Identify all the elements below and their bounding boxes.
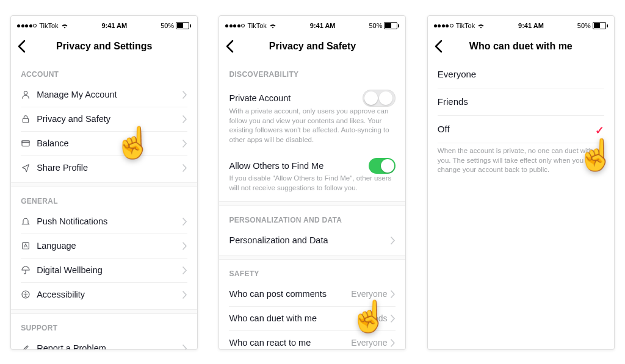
signal-icon bbox=[17, 24, 37, 27]
row-find-me[interactable]: Allow Others to Find Me bbox=[219, 151, 405, 176]
chevron-right-icon bbox=[182, 140, 187, 148]
screen-who-can-duet: TikTok 9:41 AM 50% Who can duet with me … bbox=[427, 15, 615, 350]
person-icon bbox=[21, 90, 37, 99]
umbrella-icon bbox=[21, 265, 37, 275]
section-discover-label: DISCOVERABILITY bbox=[219, 60, 405, 82]
option-label: Friends bbox=[438, 96, 468, 107]
svg-rect-3 bbox=[22, 141, 29, 143]
row-language[interactable]: Language bbox=[11, 234, 197, 258]
carrier-label: TikTok bbox=[456, 22, 475, 29]
row-push[interactable]: Push Notifications bbox=[11, 209, 197, 234]
svg-point-6 bbox=[25, 292, 26, 293]
chevron-right-icon bbox=[391, 315, 396, 323]
row-value: Friends bbox=[359, 313, 388, 323]
battery-icon bbox=[593, 22, 608, 29]
chevron-right-icon bbox=[182, 344, 187, 350]
row-label: Manage My Account bbox=[37, 90, 182, 99]
chevron-right-icon bbox=[391, 237, 396, 244]
row-label: Balance bbox=[37, 138, 182, 148]
row-label: Push Notifications bbox=[37, 216, 182, 226]
row-label: Language bbox=[37, 241, 182, 251]
status-bar: TikTok 9:41 AM 50% bbox=[219, 16, 405, 33]
signal-icon bbox=[434, 24, 453, 27]
wifi-icon bbox=[477, 23, 485, 29]
toggle-find-me[interactable] bbox=[369, 158, 396, 174]
row-accessibility[interactable]: Accessibility bbox=[11, 282, 197, 307]
option-label: Off bbox=[438, 124, 450, 134]
row-label: Accessibility bbox=[37, 290, 182, 299]
row-label: Who can react to me bbox=[229, 338, 351, 348]
svg-rect-1 bbox=[23, 118, 28, 123]
battery-icon bbox=[384, 22, 399, 29]
chevron-left-icon bbox=[225, 40, 234, 53]
row-label: Allow Others to Find Me bbox=[229, 161, 369, 171]
nav-bar: Privacy and Safety bbox=[219, 33, 405, 60]
status-bar: TikTok 9:41 AM 50% bbox=[11, 16, 197, 33]
share-icon bbox=[21, 163, 37, 173]
chevron-right-icon bbox=[391, 339, 396, 347]
chevron-right-icon bbox=[182, 91, 187, 99]
svg-rect-2 bbox=[22, 141, 29, 146]
row-label: Report a Problem bbox=[37, 343, 182, 349]
chevron-right-icon bbox=[182, 164, 187, 172]
signal-icon bbox=[225, 24, 245, 27]
row-private-account[interactable]: Private Account bbox=[219, 82, 405, 109]
option-everyone[interactable]: Everyone bbox=[428, 60, 614, 88]
row-who-duet[interactable]: Who can duet with me Friends bbox=[219, 306, 405, 330]
page-title: Who can duet with me bbox=[469, 41, 573, 52]
row-report[interactable]: Report a Problem bbox=[11, 336, 197, 349]
row-privacy-safety[interactable]: Privacy and Safety bbox=[11, 107, 197, 131]
clock-label: 9:41 AM bbox=[101, 22, 127, 29]
battery-percent: 50% bbox=[369, 22, 382, 29]
row-label: Who can duet with me bbox=[229, 313, 358, 323]
lock-icon bbox=[21, 114, 37, 124]
battery-percent: 50% bbox=[577, 22, 591, 29]
duet-desc: When the account is private, no one can … bbox=[428, 140, 614, 181]
clock-label: 9:41 AM bbox=[518, 22, 544, 29]
chevron-left-icon bbox=[434, 40, 443, 53]
screen-privacy-settings: TikTok 9:41 AM 50% Privacy and Settings … bbox=[10, 15, 198, 350]
status-bar: TikTok 9:41 AM 50% bbox=[428, 16, 614, 33]
row-personalization[interactable]: Personalization and Data bbox=[219, 228, 405, 252]
row-who-comments[interactable]: Who can post comments Everyone bbox=[219, 282, 405, 306]
battery-percent: 50% bbox=[161, 22, 174, 29]
option-friends[interactable]: Friends bbox=[428, 88, 614, 115]
page-title: Privacy and Settings bbox=[56, 41, 152, 52]
row-label: Privacy and Safety bbox=[37, 114, 182, 124]
chevron-right-icon bbox=[182, 242, 187, 250]
row-label: Private Account bbox=[229, 93, 363, 103]
chevron-right-icon bbox=[182, 291, 187, 299]
option-label: Everyone bbox=[438, 69, 476, 79]
bell-icon bbox=[21, 216, 37, 226]
section-support-label: SUPPORT bbox=[11, 314, 197, 336]
chevron-left-icon bbox=[17, 40, 26, 53]
row-label: Digital Wellbeing bbox=[37, 265, 182, 275]
private-account-desc: With a private account, only users you a… bbox=[219, 107, 405, 151]
row-share-profile[interactable]: Share Profile bbox=[11, 155, 197, 180]
row-value: Everyone bbox=[351, 338, 387, 348]
back-button[interactable] bbox=[225, 33, 234, 60]
toggle-private-account[interactable] bbox=[363, 90, 396, 107]
chevron-right-icon bbox=[182, 115, 187, 123]
option-off[interactable]: Off ✓ bbox=[428, 115, 614, 143]
carrier-label: TikTok bbox=[39, 22, 58, 29]
row-manage-account[interactable]: Manage My Account bbox=[11, 82, 197, 107]
accessibility-icon bbox=[21, 290, 37, 299]
row-label: Who can post comments bbox=[229, 289, 351, 299]
row-balance[interactable]: Balance bbox=[11, 131, 197, 155]
carrier-label: TikTok bbox=[247, 22, 266, 29]
battery-icon bbox=[176, 22, 191, 29]
row-who-react[interactable]: Who can react to me Everyone bbox=[219, 330, 405, 349]
section-general-label: GENERAL bbox=[11, 187, 197, 209]
row-label: Personalization and Data bbox=[229, 235, 391, 245]
row-wellbeing[interactable]: Digital Wellbeing bbox=[11, 258, 197, 282]
wallet-icon bbox=[21, 138, 37, 148]
back-button[interactable] bbox=[17, 33, 26, 60]
section-account-label: ACCOUNT bbox=[11, 60, 197, 82]
wifi-icon bbox=[269, 23, 276, 29]
language-icon bbox=[21, 241, 37, 251]
back-button[interactable] bbox=[434, 33, 443, 60]
clock-label: 9:41 AM bbox=[310, 22, 336, 29]
section-personal-label: PERSONALIZATION AND DATA bbox=[219, 206, 405, 228]
section-safety-label: SAFETY bbox=[219, 260, 405, 282]
